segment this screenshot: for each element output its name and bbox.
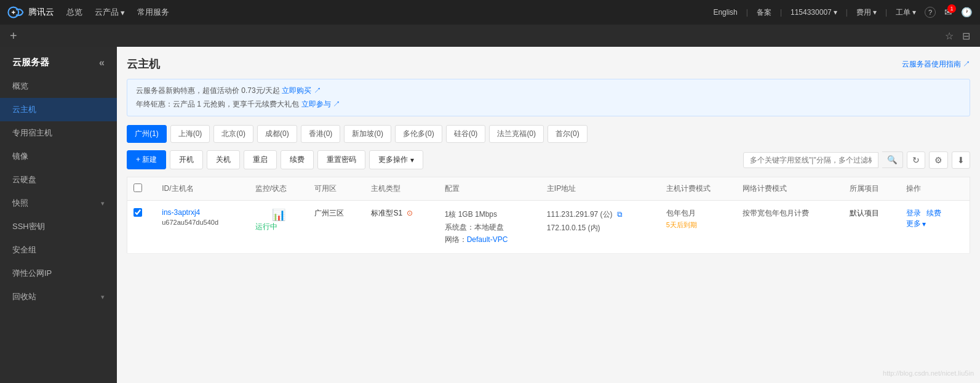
- divider: |: [885, 8, 887, 17]
- promo-link-join[interactable]: 立即参与 ↗: [301, 100, 340, 108]
- region-tab-shanghai[interactable]: 上海(0): [170, 125, 210, 143]
- account-menu[interactable]: 1154330007 ▾: [791, 8, 837, 17]
- stop-button[interactable]: 关机: [207, 150, 240, 169]
- private-ip: 172.10.0.15 (内): [547, 222, 654, 235]
- region-tab-chengdu[interactable]: 成都(0): [257, 125, 297, 143]
- table-row: ins-3aptrxj4 u672au547du540d 📊 运行中 广州三区 …: [127, 201, 970, 254]
- nav-products[interactable]: 云产品 ▾: [95, 7, 125, 18]
- expire-warning: 5天后到期: [666, 220, 731, 230]
- th-config: 配置: [439, 177, 541, 201]
- tencent-cloud-logo-icon: [7, 6, 25, 18]
- instance-name: u672au547du540d: [162, 219, 242, 226]
- message-icon[interactable]: ✉ 1: [944, 7, 952, 18]
- project-name: 默认项目: [850, 209, 879, 217]
- column-settings-button[interactable]: ⚙: [929, 151, 948, 169]
- new-instance-button[interactable]: + 新建: [127, 150, 166, 169]
- sidebar-item-image[interactable]: 镜像: [0, 145, 117, 168]
- expand-icon: ▾: [101, 200, 105, 208]
- more-dropdown-icon: ▾: [922, 220, 926, 228]
- help-icon[interactable]: ?: [925, 7, 936, 18]
- config-specs: 1核 1GB 1Mbps 系统盘：本地硬盘 网络：Default-VPC: [445, 208, 535, 246]
- row-id-cell: ins-3aptrxj4 u672au547du540d: [156, 201, 249, 254]
- clock-icon[interactable]: 🕐: [961, 7, 973, 18]
- restart-button[interactable]: 重启: [244, 150, 277, 169]
- network-billing-mode: 按带宽包年包月计费: [743, 209, 809, 217]
- public-ip: 111.231.291.97 (公) ⧉: [547, 208, 654, 222]
- sidebar-item-ssh-key[interactable]: SSH密钥: [0, 215, 117, 238]
- row-project-cell: 默认项目: [843, 201, 900, 254]
- nav-overview[interactable]: 总览: [66, 7, 82, 18]
- instance-table: ID/主机名 监控/状态 可用区 主机类型 配置 主IP地址 主机计费模式 网络…: [127, 177, 970, 254]
- sidebar-collapse-button[interactable]: «: [99, 57, 105, 68]
- region-tab-singapore[interactable]: 新加坡(0): [344, 125, 391, 143]
- toolbar-right: ☆ ⊟: [945, 30, 970, 42]
- th-billing: 主机计费模式: [660, 177, 737, 201]
- region-tab-hongkong[interactable]: 香港(0): [301, 125, 341, 143]
- sidebar-item-overview[interactable]: 概览: [0, 75, 117, 98]
- region-tab-frankfurt[interactable]: 法兰克福(0): [489, 125, 544, 143]
- main-layout: 云服务器 « 概览 云主机 专用宿主机 镜像 云硬盘 快照 ▾ SSH密钥 安全…: [0, 47, 980, 383]
- region-tab-silicon-valley[interactable]: 硅谷(0): [446, 125, 486, 143]
- th-type: 主机类型: [365, 177, 438, 201]
- sidebar-item-vm[interactable]: 云主机: [0, 98, 117, 121]
- th-monitor: 监控/状态: [249, 177, 309, 201]
- region-tab-guangzhou[interactable]: 广州(1): [127, 125, 167, 143]
- layout-icon[interactable]: ⊟: [962, 30, 970, 42]
- promo-line2: 年终钜惠：云产品 1 元抢购，更享千元续费大礼包 立即参与 ↗: [136, 98, 961, 111]
- expand-icon-recycle: ▾: [101, 293, 105, 301]
- region-tab-seoul[interactable]: 首尔(0): [548, 125, 588, 143]
- sidebar-item-security-group[interactable]: 安全组: [0, 238, 117, 262]
- workorder-menu[interactable]: 工单 ▾: [896, 7, 916, 18]
- th-network-billing: 网络计费模式: [736, 177, 843, 201]
- divider: |: [846, 8, 848, 17]
- select-all-checkbox[interactable]: [133, 183, 142, 192]
- divider: |: [780, 8, 782, 17]
- instance-id-link[interactable]: ins-3aptrxj4: [162, 208, 242, 217]
- brand-name: 腾讯云: [28, 7, 54, 18]
- reset-pwd-button[interactable]: 重置密码: [317, 150, 365, 169]
- row-checkbox-cell: [127, 201, 156, 254]
- vpc-link[interactable]: Default-VPC: [467, 235, 508, 244]
- guide-link[interactable]: 云服务器使用指南 ↗: [902, 59, 970, 70]
- th-zone: 可用区: [308, 177, 365, 201]
- row-ip-cell: 111.231.291.97 (公) ⧉ 172.10.0.15 (内): [541, 201, 660, 254]
- sidebar-item-elastic-ip[interactable]: 弹性公网IP: [0, 262, 117, 285]
- search-input[interactable]: [743, 152, 878, 168]
- star-icon[interactable]: ☆: [945, 30, 954, 42]
- th-checkbox: [127, 177, 156, 201]
- more-actions-button[interactable]: 更多操作 ▾: [369, 150, 423, 169]
- sidebar-item-cloud-disk[interactable]: 云硬盘: [0, 168, 117, 191]
- region-tab-beijing[interactable]: 北京(0): [213, 125, 253, 143]
- promo-link-buy[interactable]: 立即购买 ↗: [282, 86, 321, 95]
- instance-status: 运行中: [255, 222, 303, 232]
- availability-zone: 广州三区: [314, 209, 344, 217]
- login-action-link[interactable]: 登录: [906, 209, 921, 217]
- top-nav-left: 腾讯云 总览 云产品 ▾ 常用服务: [7, 6, 713, 18]
- row-checkbox[interactable]: [133, 208, 142, 217]
- export-button[interactable]: ⬇: [952, 151, 970, 169]
- renew-button[interactable]: 续费: [281, 150, 314, 169]
- add-button[interactable]: +: [10, 29, 17, 43]
- monitor-chart-icon[interactable]: 📊: [255, 208, 303, 222]
- row-zone-cell: 广州三区: [308, 201, 365, 254]
- more-action-link[interactable]: 更多 ▾: [906, 219, 963, 229]
- nav-common-services[interactable]: 常用服务: [137, 7, 169, 18]
- beian-link[interactable]: 备案: [757, 7, 771, 18]
- promo-banner: 云服务器新购特惠，超值活动价 0.73元/天起 立即购买 ↗ 年终钜惠：云产品 …: [127, 79, 970, 116]
- search-button[interactable]: 🔍: [882, 151, 903, 168]
- logo-area[interactable]: 腾讯云: [7, 6, 54, 18]
- start-button[interactable]: 开机: [170, 150, 203, 169]
- sidebar-item-recycle[interactable]: 回收站 ▾: [0, 285, 117, 308]
- region-tab-toronto[interactable]: 多伦多(0): [395, 125, 442, 143]
- language-switch[interactable]: English: [713, 8, 737, 17]
- sidebar-item-dedicated-host[interactable]: 专用宿主机: [0, 121, 117, 145]
- refresh-button[interactable]: ↻: [907, 151, 925, 169]
- copy-ip-icon[interactable]: ⧉: [617, 210, 623, 219]
- row-net-billing-cell: 按带宽包年包月计费: [736, 201, 843, 254]
- cost-menu[interactable]: 费用 ▾: [856, 7, 877, 18]
- sidebar: 云服务器 « 概览 云主机 专用宿主机 镜像 云硬盘 快照 ▾ SSH密钥 安全…: [0, 47, 117, 383]
- renew-action-link[interactable]: 续费: [926, 209, 941, 217]
- sidebar-item-snapshot[interactable]: 快照 ▾: [0, 191, 117, 215]
- action-bar: + 新建 开机 关机 重启 续费 重置密码 更多操作 ▾ 🔍 ↻ ⚙ ⬇: [127, 150, 970, 169]
- row-action-links: 登录 续费 更多 ▾: [906, 208, 963, 229]
